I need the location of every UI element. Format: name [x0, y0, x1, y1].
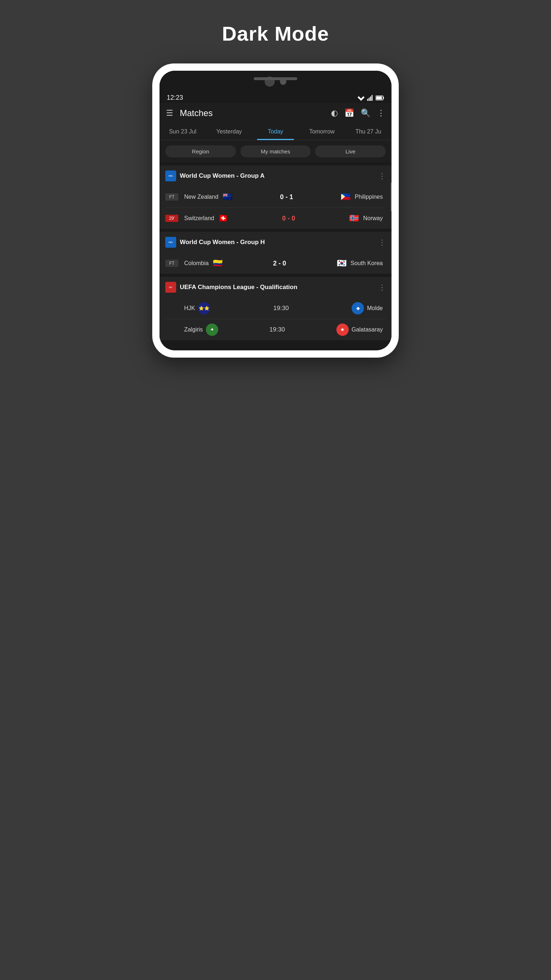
more-btn-group-a[interactable]: ⋮	[378, 172, 386, 180]
fifa-badge-h: FIFA	[165, 237, 176, 248]
svg-text:FIFA: FIFA	[168, 175, 173, 177]
section-header-group-a: FIFA World Cup Women - Group A ⋮	[159, 165, 392, 186]
match-row-hjk-mol[interactable]: HJK ⭐⭐ 19:30 Molde ◈	[159, 298, 392, 319]
svg-rect-3	[370, 97, 371, 101]
flag-nzl: 🇳🇿	[221, 191, 233, 203]
score-sui-nor: 0 - 0	[279, 215, 298, 222]
overflow-menu-icon[interactable]: ⋮	[377, 108, 385, 118]
team1-name-hjk: HJK	[184, 305, 195, 312]
team2-name-phi: Philippines	[355, 194, 383, 200]
match-row-sui-nor[interactable]: 29' Switzerland 🇨🇭 0 - 0 Norway 🇳🇴	[159, 208, 392, 229]
chip-live[interactable]: Live	[315, 145, 386, 158]
scroll-indicator	[391, 183, 392, 212]
section-group-h: FIFA World Cup Women - Group H ⋮ FT Colo…	[159, 232, 392, 274]
team1-nzl: New Zealand 🇳🇿	[184, 191, 233, 203]
badge-zalgiris: ✦	[206, 323, 218, 336]
signal-icon	[367, 95, 373, 101]
section-header-ucl: UCL UEFA Champions League - Qualificatio…	[159, 277, 392, 298]
fifa-badge-a: FIFA	[165, 170, 176, 181]
flag-sui: 🇨🇭	[217, 212, 229, 224]
team2-name-nor: Norway	[363, 215, 383, 222]
chip-my-matches[interactable]: My matches	[240, 145, 311, 158]
team2-kor: South Korea 🇰🇷	[335, 257, 383, 269]
match-row-nzl-phi[interactable]: FT New Zealand 🇳🇿 0 - 1 Philippines 🇵🇭	[159, 186, 392, 207]
app-title: Matches	[180, 108, 324, 118]
badge-hjk: ⭐⭐	[198, 302, 210, 315]
section-ucl: UCL UEFA Champions League - Qualificatio…	[159, 277, 392, 340]
team1-name-nzl: New Zealand	[184, 194, 218, 200]
team2-nor: Norway 🇳🇴	[348, 212, 383, 224]
flag-nor: 🇳🇴	[348, 212, 360, 224]
svg-rect-1	[367, 99, 368, 100]
score-nzl-phi: 0 - 1	[277, 193, 295, 201]
section-title-group-h: World Cup Women - Group H	[180, 239, 375, 246]
flag-col: 🇨🇴	[212, 257, 224, 269]
section-title-group-a: World Cup Women - Group A	[180, 172, 375, 180]
more-btn-group-h[interactable]: ⋮	[378, 238, 386, 247]
tab-sun23jul[interactable]: Sun 23 Jul	[159, 123, 206, 140]
history-icon[interactable]: ◐	[331, 108, 338, 118]
svg-rect-4	[372, 95, 373, 101]
match-content-zal-gal: Zalgiris ✦ 19:30 Galatasaray ★	[181, 323, 386, 336]
svg-rect-6	[383, 97, 384, 99]
tab-yesterday[interactable]: Yesterday	[206, 123, 252, 140]
match-row-zal-gal[interactable]: Zalgiris ✦ 19:30 Galatasaray ★	[159, 319, 392, 340]
team1-col: Colombia 🇨🇴	[184, 257, 224, 269]
tab-today[interactable]: Today	[252, 123, 299, 140]
page-title: Dark Mode	[222, 22, 329, 45]
team1-name-sui: Switzerland	[184, 215, 214, 222]
team2-name-gal: Galatasaray	[352, 326, 383, 333]
phone-frame: 12:23	[152, 64, 399, 358]
content-area: Region My matches Live FIFA	[159, 140, 392, 350]
match-status-sui-nor: 29'	[165, 215, 178, 222]
battery-icon	[376, 95, 384, 101]
match-status-nzl-phi: FT	[165, 193, 178, 200]
svg-marker-0	[357, 96, 364, 101]
team1-name-zal: Zalgiris	[184, 326, 203, 333]
svg-text:FIFA: FIFA	[168, 241, 173, 243]
phone-screen: 12:23	[159, 71, 392, 350]
team2-mol: Molde ◈	[352, 302, 383, 315]
time-zal-gal: 19:30	[267, 326, 288, 333]
match-content-col-kor: Colombia 🇨🇴 2 - 0 South Korea 🇰🇷	[181, 257, 386, 269]
flag-kor: 🇰🇷	[335, 257, 348, 269]
time-hjk-mol: 19:30	[270, 305, 292, 312]
app-bar: ☰ Matches ◐ 📅 🔍 ⋮	[159, 103, 392, 123]
match-status-col-kor: FT	[165, 260, 178, 267]
phone-camera-area	[159, 71, 392, 92]
score-col-kor: 2 - 0	[270, 260, 289, 267]
match-content-hjk-mol: HJK ⭐⭐ 19:30 Molde ◈	[181, 302, 386, 315]
badge-molde: ◈	[352, 302, 364, 315]
match-row-col-kor[interactable]: FT Colombia 🇨🇴 2 - 0 South Korea 🇰🇷	[159, 253, 392, 274]
team2-name-mol: Molde	[367, 305, 383, 312]
more-btn-ucl[interactable]: ⋮	[378, 283, 386, 292]
match-content-nzl-phi: New Zealand 🇳🇿 0 - 1 Philippines 🇵🇭	[181, 191, 386, 203]
tab-tomorrow[interactable]: Tomorrow	[299, 123, 345, 140]
ucl-badge: UCL	[165, 282, 176, 293]
svg-rect-7	[376, 97, 382, 99]
svg-text:UCL: UCL	[169, 286, 172, 288]
menu-icon[interactable]: ☰	[166, 108, 173, 118]
chip-region[interactable]: Region	[165, 145, 236, 158]
filter-chips: Region My matches Live	[159, 140, 392, 162]
badge-galatasaray: ★	[337, 323, 349, 336]
team1-sui: Switzerland 🇨🇭	[184, 212, 229, 224]
section-title-ucl: UEFA Champions League - Qualification	[180, 284, 375, 291]
status-icons	[357, 95, 384, 101]
svg-rect-2	[368, 97, 370, 101]
flag-phi: 🇵🇭	[340, 191, 352, 203]
team2-gal: Galatasaray ★	[337, 323, 383, 336]
search-icon[interactable]: 🔍	[361, 108, 370, 118]
match-content-sui-nor: Switzerland 🇨🇭 0 - 0 Norway 🇳🇴	[181, 212, 386, 224]
calendar-icon[interactable]: 📅	[345, 108, 354, 118]
wifi-icon	[357, 95, 365, 101]
section-group-a: FIFA World Cup Women - Group A ⋮ FT New …	[159, 165, 392, 229]
team1-zal: Zalgiris ✦	[184, 323, 218, 336]
team1-name-col: Colombia	[184, 260, 209, 267]
tab-thu27ju[interactable]: Thu 27 Ju	[345, 123, 392, 140]
team2-phi: Philippines 🇵🇭	[340, 191, 383, 203]
team2-name-kor: South Korea	[351, 260, 383, 267]
team1-hjk: HJK ⭐⭐	[184, 302, 210, 315]
date-tabs: Sun 23 Jul Yesterday Today Tomorrow Thu …	[159, 123, 392, 140]
speaker-bar	[254, 77, 297, 80]
